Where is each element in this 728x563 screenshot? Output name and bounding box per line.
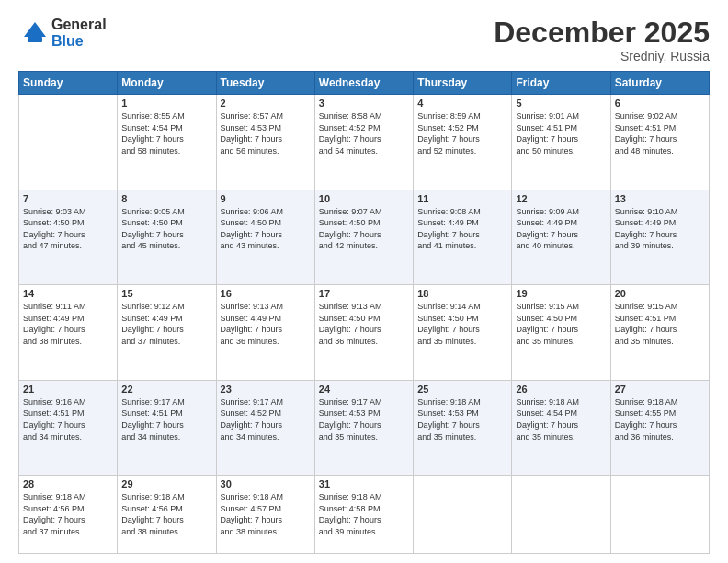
day-info: Sunrise: 9:15 AM Sunset: 4:51 PM Dayligh…	[615, 301, 705, 347]
day-number: 22	[121, 384, 211, 395]
table-row: 6Sunrise: 9:02 AM Sunset: 4:51 PM Daylig…	[610, 95, 709, 190]
day-info: Sunrise: 9:08 AM Sunset: 4:49 PM Dayligh…	[417, 206, 507, 252]
day-number: 15	[121, 288, 211, 299]
day-number: 2	[221, 98, 311, 109]
day-number: 10	[319, 193, 409, 204]
table-row: 25Sunrise: 9:18 AM Sunset: 4:53 PM Dayli…	[414, 380, 512, 476]
logo-blue-text: Blue	[51, 33, 107, 50]
table-row	[19, 95, 118, 190]
table-row: 7Sunrise: 9:03 AM Sunset: 4:50 PM Daylig…	[19, 190, 118, 285]
table-row: 4Sunrise: 8:59 AM Sunset: 4:52 PM Daylig…	[414, 95, 512, 190]
table-row	[414, 476, 512, 554]
table-row: 3Sunrise: 8:58 AM Sunset: 4:52 PM Daylig…	[314, 95, 413, 190]
header: General Blue December 2025 Sredniy, Russ…	[18, 17, 710, 63]
table-row: 27Sunrise: 9:18 AM Sunset: 4:55 PM Dayli…	[610, 380, 709, 476]
table-row: 14Sunrise: 9:11 AM Sunset: 4:49 PM Dayli…	[19, 285, 118, 381]
calendar-table: Sunday Monday Tuesday Wednesday Thursday…	[18, 71, 710, 554]
col-sunday: Sunday	[19, 72, 118, 95]
day-info: Sunrise: 9:18 AM Sunset: 4:58 PM Dayligh…	[319, 491, 409, 537]
svg-rect-1	[28, 37, 42, 42]
day-info: Sunrise: 8:58 AM Sunset: 4:52 PM Dayligh…	[319, 110, 409, 156]
day-info: Sunrise: 9:13 AM Sunset: 4:49 PM Dayligh…	[221, 301, 311, 347]
table-row: 15Sunrise: 9:12 AM Sunset: 4:49 PM Dayli…	[118, 285, 216, 381]
table-row: 9Sunrise: 9:06 AM Sunset: 4:50 PM Daylig…	[216, 190, 314, 285]
day-info: Sunrise: 9:12 AM Sunset: 4:49 PM Dayligh…	[121, 301, 211, 347]
table-row: 2Sunrise: 8:57 AM Sunset: 4:53 PM Daylig…	[216, 95, 314, 190]
day-number: 7	[23, 193, 113, 204]
table-row: 22Sunrise: 9:17 AM Sunset: 4:51 PM Dayli…	[118, 380, 216, 476]
day-info: Sunrise: 8:55 AM Sunset: 4:54 PM Dayligh…	[121, 110, 211, 156]
day-number: 17	[319, 288, 409, 299]
day-number: 4	[417, 98, 507, 109]
day-number: 26	[516, 384, 606, 395]
day-number: 9	[221, 193, 311, 204]
logo-general-text: General	[51, 17, 107, 33]
col-thursday: Thursday	[414, 72, 512, 95]
day-info: Sunrise: 9:18 AM Sunset: 4:56 PM Dayligh…	[23, 491, 113, 537]
day-number: 6	[615, 98, 705, 109]
table-row: 28Sunrise: 9:18 AM Sunset: 4:56 PM Dayli…	[19, 476, 118, 554]
calendar-week-row: 28Sunrise: 9:18 AM Sunset: 4:56 PM Dayli…	[19, 476, 710, 554]
day-info: Sunrise: 9:18 AM Sunset: 4:56 PM Dayligh…	[121, 491, 211, 537]
day-info: Sunrise: 9:11 AM Sunset: 4:49 PM Dayligh…	[23, 301, 113, 347]
day-info: Sunrise: 9:06 AM Sunset: 4:50 PM Dayligh…	[221, 206, 311, 252]
table-row: 26Sunrise: 9:18 AM Sunset: 4:54 PM Dayli…	[512, 380, 610, 476]
table-row: 18Sunrise: 9:14 AM Sunset: 4:50 PM Dayli…	[414, 285, 512, 381]
logo-text: General Blue	[51, 17, 107, 49]
day-info: Sunrise: 9:09 AM Sunset: 4:49 PM Dayligh…	[516, 206, 606, 252]
day-info: Sunrise: 9:14 AM Sunset: 4:50 PM Dayligh…	[417, 301, 507, 347]
day-number: 20	[615, 288, 705, 299]
day-number: 21	[23, 384, 113, 395]
day-info: Sunrise: 8:59 AM Sunset: 4:52 PM Dayligh…	[417, 110, 507, 156]
table-row: 20Sunrise: 9:15 AM Sunset: 4:51 PM Dayli…	[610, 285, 709, 381]
table-row: 21Sunrise: 9:16 AM Sunset: 4:51 PM Dayli…	[19, 380, 118, 476]
table-row: 5Sunrise: 9:01 AM Sunset: 4:51 PM Daylig…	[512, 95, 610, 190]
day-number: 19	[516, 288, 606, 299]
day-info: Sunrise: 8:57 AM Sunset: 4:53 PM Dayligh…	[221, 110, 311, 156]
day-number: 28	[23, 478, 113, 489]
day-number: 14	[23, 288, 113, 299]
table-row: 11Sunrise: 9:08 AM Sunset: 4:49 PM Dayli…	[414, 190, 512, 285]
day-info: Sunrise: 9:13 AM Sunset: 4:50 PM Dayligh…	[319, 301, 409, 347]
col-friday: Friday	[512, 72, 610, 95]
logo-icon	[18, 17, 51, 50]
day-number: 25	[417, 384, 507, 395]
day-info: Sunrise: 9:17 AM Sunset: 4:51 PM Dayligh…	[121, 396, 211, 442]
table-row	[512, 476, 610, 554]
day-number: 31	[319, 478, 409, 489]
table-row	[610, 476, 709, 554]
day-info: Sunrise: 9:05 AM Sunset: 4:50 PM Dayligh…	[121, 206, 211, 252]
table-row: 16Sunrise: 9:13 AM Sunset: 4:49 PM Dayli…	[216, 285, 314, 381]
day-number: 8	[121, 193, 211, 204]
table-row: 30Sunrise: 9:18 AM Sunset: 4:57 PM Dayli…	[216, 476, 314, 554]
day-info: Sunrise: 9:01 AM Sunset: 4:51 PM Dayligh…	[516, 110, 606, 156]
day-number: 3	[319, 98, 409, 109]
day-info: Sunrise: 9:17 AM Sunset: 4:52 PM Dayligh…	[221, 396, 311, 442]
calendar-week-row: 14Sunrise: 9:11 AM Sunset: 4:49 PM Dayli…	[19, 285, 710, 381]
page: General Blue December 2025 Sredniy, Russ…	[0, 0, 728, 563]
day-number: 23	[221, 384, 311, 395]
table-row: 17Sunrise: 9:13 AM Sunset: 4:50 PM Dayli…	[314, 285, 413, 381]
day-number: 16	[221, 288, 311, 299]
day-info: Sunrise: 9:18 AM Sunset: 4:55 PM Dayligh…	[615, 396, 705, 442]
col-wednesday: Wednesday	[314, 72, 413, 95]
calendar-header-row: Sunday Monday Tuesday Wednesday Thursday…	[19, 72, 710, 95]
table-row: 29Sunrise: 9:18 AM Sunset: 4:56 PM Dayli…	[118, 476, 216, 554]
table-row: 31Sunrise: 9:18 AM Sunset: 4:58 PM Dayli…	[314, 476, 413, 554]
logo: General Blue	[18, 17, 107, 50]
day-number: 27	[615, 384, 705, 395]
day-info: Sunrise: 9:07 AM Sunset: 4:50 PM Dayligh…	[319, 206, 409, 252]
day-number: 5	[516, 98, 606, 109]
day-number: 18	[417, 288, 507, 299]
table-row: 12Sunrise: 9:09 AM Sunset: 4:49 PM Dayli…	[512, 190, 610, 285]
day-number: 13	[615, 193, 705, 204]
table-row: 13Sunrise: 9:10 AM Sunset: 4:49 PM Dayli…	[610, 190, 709, 285]
day-info: Sunrise: 9:16 AM Sunset: 4:51 PM Dayligh…	[23, 396, 113, 442]
col-saturday: Saturday	[610, 72, 709, 95]
col-tuesday: Tuesday	[216, 72, 314, 95]
table-row: 24Sunrise: 9:17 AM Sunset: 4:53 PM Dayli…	[314, 380, 413, 476]
title-area: December 2025 Sredniy, Russia	[494, 17, 710, 63]
day-info: Sunrise: 9:03 AM Sunset: 4:50 PM Dayligh…	[23, 206, 113, 252]
location: Sredniy, Russia	[494, 49, 710, 63]
calendar-week-row: 7Sunrise: 9:03 AM Sunset: 4:50 PM Daylig…	[19, 190, 710, 285]
